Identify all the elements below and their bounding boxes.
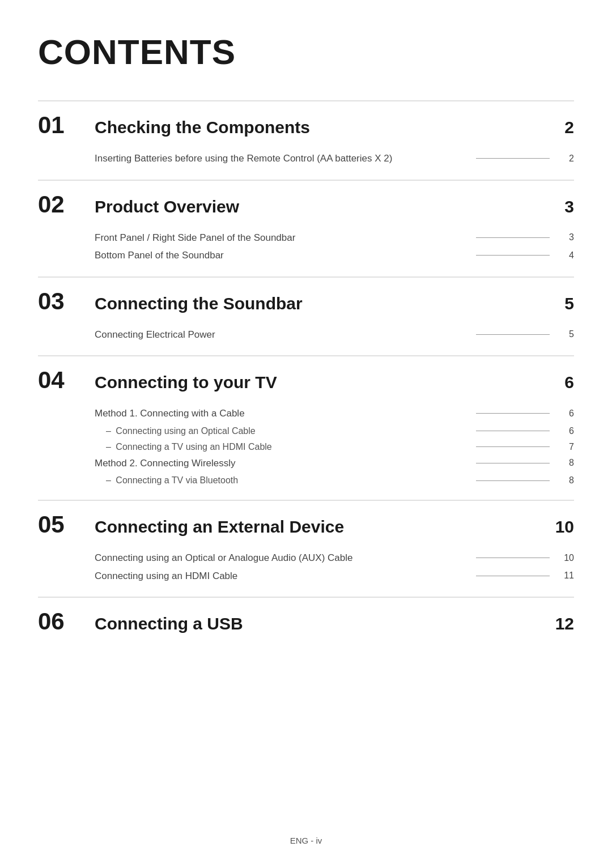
section-header-03: 03Connecting the Soundbar5 (38, 276, 574, 323)
section-title-02: Product Overview (95, 197, 546, 216)
section-number-05: 05 (38, 511, 95, 538)
toc-entry-04-2: – Connecting a TV using an HDMI Cable7 (95, 440, 574, 454)
toc-dots-line (476, 480, 550, 481)
toc-entry-01-0: Inserting Batteries before using the Rem… (95, 151, 574, 166)
section-title-06: Connecting a USB (95, 614, 546, 633)
toc-dots-line (476, 237, 550, 238)
section-page-01: 2 (546, 118, 574, 137)
toc-dots-line (476, 413, 550, 414)
page-title: CONTENTS (38, 32, 574, 72)
toc-dots-line (476, 558, 550, 558)
toc-entry-03-0: Connecting Electrical Power5 (95, 327, 574, 342)
section-number-01: 01 (38, 112, 95, 139)
toc-entry-page-02-0: 3 (560, 232, 574, 242)
section-header-05: 05Connecting an External Device10 (38, 500, 574, 546)
toc-entries-04: Method 1. Connecting with a Cable6– Conn… (38, 402, 574, 500)
toc-entry-page-01-0: 2 (560, 154, 574, 164)
toc-entry-text-05-1: Connecting using an HDMI Cable (95, 569, 466, 584)
section-title-04: Connecting to your TV (95, 373, 546, 392)
section-number-03: 03 (38, 288, 95, 315)
toc-entry-text-04-1: – Connecting using an Optical Cable (106, 424, 466, 438)
toc-dots-line (476, 158, 550, 159)
section-page-04: 6 (546, 373, 574, 392)
toc-entry-05-0: Connecting using an Optical or Analogue … (95, 551, 574, 565)
toc-entry-02-0: Front Panel / Right Side Panel of the So… (95, 231, 574, 245)
toc-entries-02: Front Panel / Right Side Panel of the So… (38, 226, 574, 276)
section-title-01: Checking the Components (95, 118, 546, 137)
dash-prefix: – (106, 475, 113, 485)
section-title-05: Connecting an External Device (95, 517, 546, 537)
toc-dots-line (476, 334, 550, 335)
toc-entry-text-04-4: – Connecting a TV via Bluetooth (106, 474, 466, 487)
toc-entry-04-1: – Connecting using an Optical Cable6 (95, 424, 574, 438)
toc-entry-text-02-1: Bottom Panel of the Soundbar (95, 248, 466, 263)
section-header-01: 01Checking the Components2 (38, 100, 574, 147)
toc-entry-05-1: Connecting using an HDMI Cable11 (95, 569, 574, 584)
section-page-06: 12 (546, 614, 574, 633)
section-header-06: 06Connecting a USB12 (38, 597, 574, 643)
toc-entry-text-03-0: Connecting Electrical Power (95, 327, 466, 342)
toc-entries-01: Inserting Batteries before using the Rem… (38, 147, 574, 180)
toc-entry-text-02-0: Front Panel / Right Side Panel of the So… (95, 231, 466, 245)
toc-entry-page-04-3: 8 (560, 458, 574, 468)
page: CONTENTS 01Checking the Components2Inser… (0, 0, 612, 868)
toc-entry-04-4: – Connecting a TV via Bluetooth8 (95, 474, 574, 487)
section-header-04: 04Connecting to your TV6 (38, 355, 574, 402)
toc-dots-line (476, 463, 550, 463)
dash-prefix: – (106, 426, 113, 436)
toc-dots-line (476, 431, 550, 431)
toc-entries-03: Connecting Electrical Power5 (38, 323, 574, 356)
toc-section: 01Checking the Components2Inserting Batt… (38, 100, 574, 643)
toc-entry-text-05-0: Connecting using an Optical or Analogue … (95, 551, 466, 565)
section-number-06: 06 (38, 608, 95, 635)
section-title-03: Connecting the Soundbar (95, 294, 546, 313)
toc-entry-page-04-4: 8 (560, 475, 574, 486)
toc-entry-page-02-1: 4 (560, 250, 574, 261)
section-number-04: 04 (38, 367, 95, 394)
toc-entry-page-04-1: 6 (560, 426, 574, 436)
toc-entry-page-05-0: 10 (560, 553, 574, 563)
toc-entries-05: Connecting using an Optical or Analogue … (38, 546, 574, 597)
toc-entry-04-3: Method 2. Connecting Wirelessly8 (95, 456, 574, 471)
toc-dots-line (476, 255, 550, 256)
section-page-05: 10 (546, 517, 574, 537)
toc-dots-line (476, 446, 550, 447)
toc-entry-page-03-0: 5 (560, 329, 574, 339)
toc-entry-page-04-0: 6 (560, 409, 574, 419)
footer: ENG - iv (0, 836, 612, 845)
toc-entry-text-04-0: Method 1. Connecting with a Cable (95, 406, 466, 421)
section-page-02: 3 (546, 197, 574, 216)
toc-entry-text-04-3: Method 2. Connecting Wirelessly (95, 456, 466, 471)
section-number-02: 02 (38, 191, 95, 218)
dash-prefix: – (106, 442, 113, 452)
toc-entry-text-01-0: Inserting Batteries before using the Rem… (95, 151, 466, 166)
toc-entry-04-0: Method 1. Connecting with a Cable6 (95, 406, 574, 421)
toc-entry-02-1: Bottom Panel of the Soundbar4 (95, 248, 574, 263)
section-header-02: 02Product Overview3 (38, 180, 574, 226)
toc-dots-line (476, 576, 550, 576)
toc-entry-page-04-2: 7 (560, 442, 574, 452)
toc-entry-text-04-2: – Connecting a TV using an HDMI Cable (106, 440, 466, 454)
toc-entry-page-05-1: 11 (560, 571, 574, 581)
section-page-03: 5 (546, 294, 574, 313)
